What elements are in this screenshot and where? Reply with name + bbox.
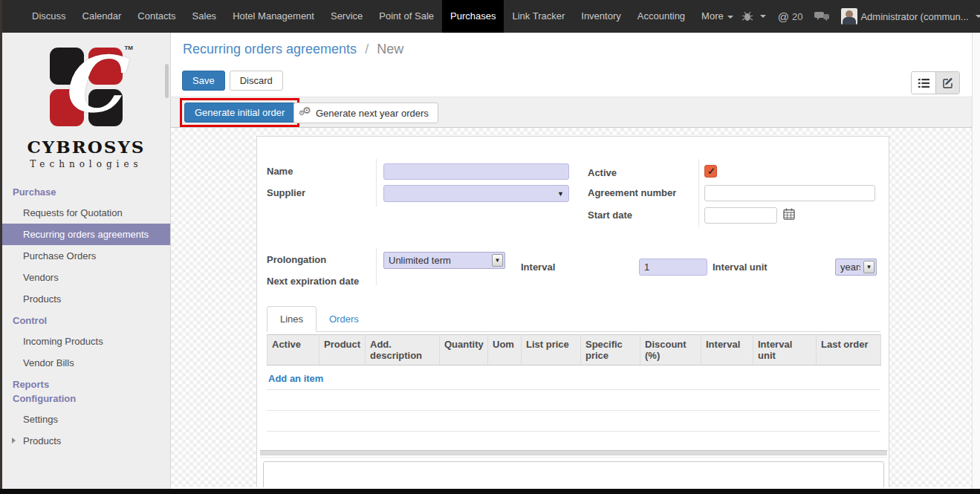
discard-button[interactable]: Discard [230, 71, 283, 91]
col-active[interactable]: Active [267, 335, 319, 365]
window-bottom-edge [0, 489, 980, 494]
col-quantity[interactable]: Quantity [440, 335, 488, 365]
sidebar-item-vendor-bills[interactable]: Vendor Bills [2, 352, 170, 374]
col-last-order[interactable]: Last order [817, 335, 881, 365]
empty-row-divider [267, 431, 880, 432]
user-avatar [841, 8, 857, 25]
breadcrumb-separator: / [365, 42, 369, 56]
sidebar: C TM CYBROSYS Technologies Purchase Requ… [2, 33, 171, 489]
divider [260, 457, 887, 458]
generate-next-year-orders-button[interactable]: ⚙⚙ Generate next year orders [293, 103, 438, 123]
prolongation-select[interactable]: Unlimited term ▼ [383, 252, 505, 269]
app-window: Discuss Calendar Contacts Sales Hotel Ma… [0, 0, 980, 494]
sidebar-item-requests-for-quotation[interactable]: Requests for Quotation [2, 202, 170, 224]
main-scrollbar-track[interactable] [972, 33, 980, 489]
add-an-item-link[interactable]: Add an item [268, 373, 323, 384]
at-icon: @ [778, 10, 789, 23]
cybrosys-logo-mark: C TM [50, 48, 123, 126]
messages-button[interactable] [814, 11, 829, 22]
sidebar-section-purchase: Purchase [2, 181, 170, 202]
nav-inventory[interactable]: Inventory [573, 0, 629, 33]
nav-hotel-management[interactable]: Hotel Management [224, 0, 322, 33]
debug-menu[interactable] [742, 11, 766, 22]
start-date-input[interactable] [704, 207, 777, 224]
sidebar-item-label: Products [23, 435, 61, 446]
company-logo: C TM CYBROSYS Technologies [2, 33, 170, 169]
bug-icon [742, 11, 753, 22]
statusbar: Generate initial order ⚙⚙ Generate next … [171, 97, 972, 128]
active-checkbox[interactable] [704, 165, 717, 178]
mention-count: 20 [792, 11, 802, 22]
sidebar-item-config-products[interactable]: Products [2, 430, 170, 452]
form-buttons: Save Discard [182, 71, 283, 91]
supplier-label: Supplier [267, 187, 305, 198]
nav-more[interactable]: More [693, 0, 742, 33]
col-interval-unit[interactable]: Interval unit [753, 335, 817, 365]
interval-unit-select[interactable]: years ▼ [835, 259, 877, 276]
top-navbar: Discuss Calendar Contacts Sales Hotel Ma… [0, 0, 980, 33]
user-menu[interactable]: Administrator (commun... [841, 8, 980, 25]
active-label: Active [588, 167, 617, 178]
nav-sales[interactable]: Sales [184, 0, 225, 33]
breadcrumb-parent-link[interactable]: Recurring orders agreements [183, 42, 357, 56]
notes-textarea[interactable] [263, 461, 884, 487]
nav-more-label: More [701, 10, 724, 22]
group-separator [376, 159, 377, 207]
sidebar-section-reports: Reports [2, 374, 170, 391]
col-list-price[interactable]: List price [522, 335, 581, 365]
next-expiration-date-label: Next expiration date [267, 276, 359, 287]
generate-initial-order-button[interactable]: Generate initial order [184, 103, 295, 123]
nav-link-tracker[interactable]: Link Tracker [504, 0, 573, 33]
logo-brand-text: CYBROSYS [2, 137, 170, 157]
col-discount[interactable]: Discount (%) [640, 335, 701, 365]
tab-orders[interactable]: Orders [323, 306, 365, 332]
breadcrumb-current: New [377, 42, 403, 56]
sidebar-scrollbar-thumb[interactable] [165, 64, 169, 98]
nav-accounting[interactable]: Accounting [629, 0, 693, 33]
group-separator [376, 248, 377, 285]
agreement-number-label: Agreement number [588, 187, 676, 198]
control-panel: Recurring orders agreements / New Save D… [171, 33, 972, 97]
sidebar-item-settings[interactable]: Settings [2, 409, 170, 430]
prolongation-label: Prolongation [267, 254, 326, 265]
sidebar-item-purchase-orders[interactable]: Purchase Orders [2, 245, 170, 267]
generate-next-label: Generate next year orders [316, 108, 429, 119]
logo-sub-text: Technologies [2, 159, 170, 169]
edit-pencil-icon [943, 78, 953, 88]
agreement-number-input[interactable] [704, 185, 875, 201]
nav-discuss[interactable]: Discuss [24, 0, 74, 33]
tab-lines[interactable]: Lines [267, 306, 317, 332]
form-sheet: Name Supplier ▼ Active Agreement number … [256, 136, 889, 487]
col-specific-price[interactable]: Specific price [581, 335, 640, 365]
sidebar-item-incoming-products[interactable]: Incoming Products [2, 331, 170, 352]
name-input[interactable] [383, 163, 569, 180]
col-add-description[interactable]: Add. description [366, 335, 440, 365]
nav-contacts[interactable]: Contacts [129, 0, 184, 33]
sidebar-item-recurring-orders-agreements[interactable]: Recurring orders agreements [2, 224, 170, 245]
nav-point-of-sale[interactable]: Point of Sale [371, 0, 442, 33]
interval-input[interactable] [639, 259, 707, 276]
sidebar-menu: Purchase Requests for Quotation Recurrin… [2, 181, 170, 452]
save-button[interactable]: Save [182, 71, 225, 91]
interval-label: Interval [521, 261, 555, 273]
form-view-background: Name Supplier ▼ Active Agreement number … [171, 128, 972, 487]
sidebar-item-vendors[interactable]: Vendors [2, 267, 170, 288]
calendar-icon[interactable] [783, 208, 795, 220]
lines-table: Active Product Add. description Quantity… [267, 334, 881, 365]
nav-service[interactable]: Service [322, 0, 371, 33]
logo-letter: C [60, 39, 122, 130]
sidebar-item-products[interactable]: Products [2, 288, 170, 310]
col-interval[interactable]: Interval [701, 335, 753, 365]
list-view-button[interactable] [912, 72, 935, 94]
mentions-counter[interactable]: @ 20 [778, 10, 803, 23]
nav-purchases[interactable]: Purchases [442, 0, 504, 33]
col-uom[interactable]: Uom [488, 335, 522, 365]
supplier-select[interactable]: ▼ [383, 185, 569, 202]
chevron-down-icon [976, 15, 980, 18]
list-resize-handle[interactable] [260, 450, 887, 455]
col-product[interactable]: Product [319, 335, 366, 365]
form-view-button[interactable] [935, 72, 959, 94]
chevron-down-icon: ▼ [492, 254, 503, 267]
nav-calendar[interactable]: Calendar [74, 0, 130, 33]
triangle-right-icon[interactable] [12, 438, 16, 443]
